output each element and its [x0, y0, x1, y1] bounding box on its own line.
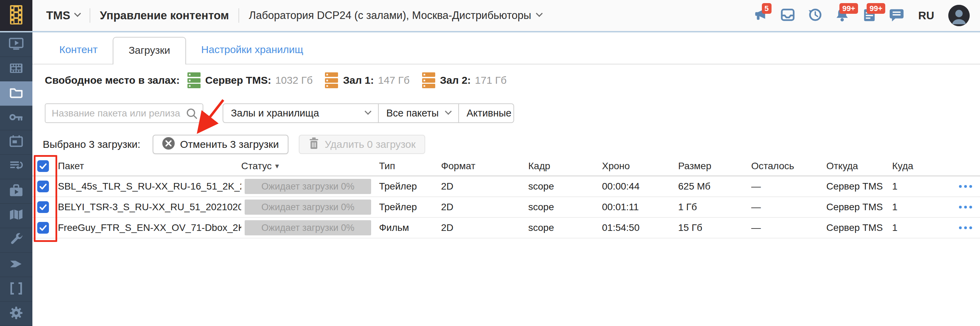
map-icon	[8, 207, 24, 224]
brand-menu[interactable]: TMS	[46, 9, 80, 22]
sidebar-item-access-keys[interactable]	[0, 106, 32, 130]
size-value: 15 Гб	[678, 222, 751, 233]
inbox-button[interactable]	[780, 7, 796, 24]
tab-storage-settings[interactable]: Настройки хранилищ	[186, 37, 318, 64]
from-value: Сервер TMS	[826, 181, 892, 192]
to-value: 1	[892, 222, 954, 233]
size-value: 1 Гб	[678, 202, 751, 213]
sidebar-item-frames[interactable]	[0, 277, 32, 302]
notifications-button[interactable]: 99+	[834, 7, 850, 24]
folder-icon	[8, 85, 24, 102]
search-input[interactable]	[51, 104, 183, 122]
header-from: Откуда	[826, 161, 892, 172]
sidebar-item-maps[interactable]	[0, 204, 32, 228]
arrow-right-icon	[8, 256, 24, 273]
list-redo-icon	[8, 158, 24, 175]
messages-button[interactable]	[888, 7, 905, 24]
row-checkbox[interactable]	[37, 201, 49, 213]
storage-hall-1: Зал 1: 147 Гб	[325, 72, 409, 88]
table-row: BELYI_TSR-3_S_RU-XX_RU_51_20210202_IOP_O…	[32, 197, 980, 218]
storage-hall-2: Зал 2: 171 Гб	[422, 72, 506, 88]
sidebar-nav	[0, 32, 32, 326]
filter-dropdown-group: Залы и хранилища Все пакеты Активные	[223, 103, 514, 123]
row-checkbox[interactable]	[37, 222, 49, 234]
sidebar-item-settings[interactable]	[0, 302, 32, 326]
search-icon[interactable]	[185, 107, 199, 122]
type-value: Трейлер	[379, 202, 441, 213]
cancel-circle-icon	[162, 137, 175, 152]
sidebar-item-content-folders[interactable]	[0, 81, 32, 106]
cancel-downloads-button[interactable]: Отменить 3 загрузки	[153, 135, 288, 154]
topbar-divider	[89, 8, 90, 23]
context-selector-label: Лаборатория DCP24 (с залами), Москва-Дис…	[249, 9, 531, 22]
filter-row: Залы и хранилища Все пакеты Активные	[45, 103, 514, 123]
row-menu-icon[interactable]	[954, 185, 980, 188]
briefcase-play-icon	[8, 183, 24, 200]
status-badge: Ожидает загрузки 0%	[245, 179, 371, 194]
to-value: 1	[892, 181, 954, 192]
topbar-actions: 5	[752, 5, 980, 26]
sidebar-item-media-kit[interactable]	[0, 179, 32, 204]
sidebar-item-schedule[interactable]	[0, 130, 32, 155]
storage-value: 147 Гб	[378, 75, 410, 86]
page-title: Управление контентом	[100, 9, 229, 22]
tab-bar: Контент Загрузки Настройки хранилищ	[32, 32, 980, 64]
history-clock-icon	[807, 7, 823, 24]
server-rack-icon-orange	[325, 72, 338, 88]
server-rack-icon-orange	[422, 72, 435, 88]
type-value: Фильм	[379, 222, 441, 233]
language-selector[interactable]: RU	[918, 9, 934, 22]
dropdown-halls-storages[interactable]: Залы и хранилища	[223, 104, 378, 122]
row-checkbox[interactable]	[37, 181, 49, 192]
sidebar-item-screens[interactable]	[0, 32, 32, 57]
free-space-row: Свободное место в залах: Сервер TMS: 103…	[45, 71, 519, 90]
selection-action-row: Выбрано 3 загрузки: Отменить 3 загрузки	[43, 135, 425, 154]
dropdown-active[interactable]: Активные	[458, 104, 514, 122]
header-size: Размер	[678, 161, 751, 172]
tab-downloads[interactable]: Загрузки	[113, 37, 186, 64]
chat-icon	[889, 7, 905, 24]
remaining-value: —	[751, 202, 826, 213]
header-status[interactable]: Статус ▾	[241, 161, 379, 172]
row-menu-icon[interactable]	[954, 226, 980, 229]
brackets-icon	[8, 280, 24, 298]
search-box	[45, 103, 203, 123]
tasks-badge: 99+	[867, 3, 885, 14]
delete-downloads-button-disabled[interactable]: Удалить 0 загрузок	[299, 135, 425, 154]
calendar-icon	[8, 134, 24, 151]
header-format: Формат	[441, 161, 528, 172]
tasks-button[interactable]: 99+	[861, 7, 878, 24]
table-header-row: Пакет Статус ▾ Тип Формат Кадр Хроно Раз…	[32, 157, 980, 177]
gear-icon	[8, 305, 24, 322]
server-rack-icon-green	[188, 72, 200, 88]
announcements-button[interactable]: 5	[752, 7, 769, 24]
table-row: FreeGuy_FTR_S_EN-XX_OV_71-Dbox_2K_TCS_2.…	[32, 218, 980, 239]
tab-content[interactable]: Контент	[44, 37, 113, 64]
notifications-badge: 99+	[839, 3, 858, 14]
package-name: SBL_45s_TLR_S_RU-XX_RU-16_51_2K_2024040.…	[58, 181, 241, 192]
user-avatar[interactable]	[948, 5, 970, 26]
free-space-label: Свободное место в залах:	[45, 75, 180, 86]
remaining-value: —	[751, 222, 826, 233]
status-badge: Ожидает загрузки 0%	[245, 200, 371, 215]
topbar-divider	[239, 8, 239, 23]
sidebar-item-playlists[interactable]	[0, 155, 32, 179]
history-button[interactable]	[807, 7, 823, 24]
sidebar-item-distribution[interactable]	[0, 253, 32, 277]
dropdown-label: Залы и хранилища	[231, 108, 319, 119]
sidebar-item-film-library[interactable]	[0, 57, 32, 81]
wrench-icon	[8, 232, 24, 249]
package-name: BELYI_TSR-3_S_RU-XX_RU_51_20210202_IOP_O…	[58, 202, 241, 213]
chrono-value: 01:54:50	[602, 222, 678, 233]
chevron-down-icon	[536, 10, 543, 17]
sidebar-item-tools[interactable]	[0, 228, 32, 253]
format-value: 2D	[441, 181, 528, 192]
dropdown-all-packages[interactable]: Все пакеты	[378, 104, 458, 122]
select-all-checkbox[interactable]	[37, 160, 49, 172]
tms-content-management-page: TMS Управление контентом Лаборатория DCP…	[0, 0, 980, 326]
status-badge: Ожидает загрузки 0%	[245, 220, 371, 235]
context-selector[interactable]: Лаборатория DCP24 (с залами), Москва-Дис…	[249, 9, 541, 22]
app-logo[interactable]	[0, 0, 32, 31]
header-package: Пакет	[58, 161, 241, 172]
row-menu-icon[interactable]	[954, 206, 980, 208]
